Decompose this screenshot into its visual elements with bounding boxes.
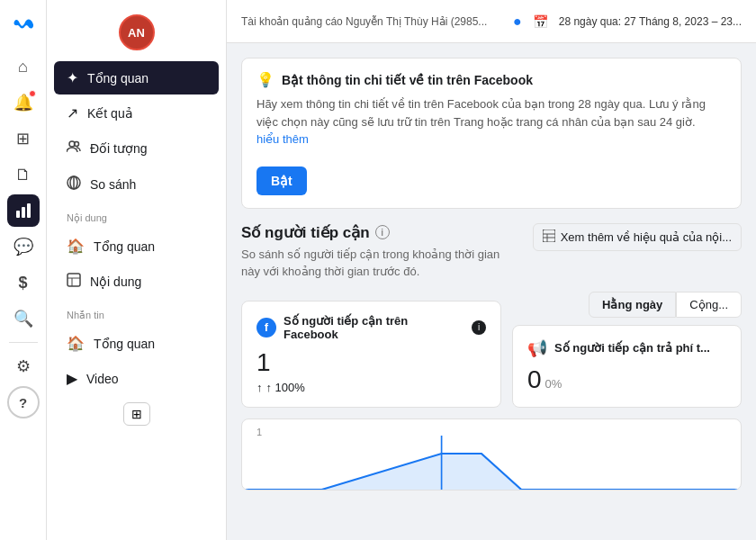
- sidebar: AN ✦ Tổng quan ↗ Kết quả Đối tượng So sá…: [47, 0, 227, 540]
- chart-container: 1: [241, 418, 742, 490]
- metrics-link-label: Xem thêm về hiệu quả của nội...: [561, 230, 732, 244]
- sidebar-item-label: Video: [86, 372, 119, 386]
- svg-rect-8: [68, 274, 80, 286]
- fb-reach-value: 1: [256, 348, 486, 377]
- hieu-them-link[interactable]: hiểu thêm: [256, 132, 309, 146]
- nav-page-icon[interactable]: 🗋: [7, 158, 40, 191]
- nav-grid-icon[interactable]: ⊞: [7, 122, 40, 155]
- sidebar-item-video[interactable]: ▶ Video: [54, 362, 219, 395]
- bat-button[interactable]: Bật: [256, 166, 307, 195]
- nav-help-icon[interactable]: ?: [7, 386, 40, 418]
- period-btns-container: Hằng ngày Cộng...: [512, 292, 742, 318]
- sidebar-item-noi-dung[interactable]: Nội dung: [54, 265, 219, 299]
- info-banner-text: Hãy xem thông tin chi tiết về tin trên F…: [256, 95, 726, 148]
- content-area: 💡 Bật thông tin chi tiết về tin trên Fac…: [227, 43, 756, 540]
- paid-reach-card: 📢 Số người tiếp cận trả phí t... 0 0%: [512, 325, 742, 408]
- nav-search-icon[interactable]: 🔍: [7, 302, 40, 335]
- sidebar-item-nhantin-tong-quan[interactable]: 🏠 Tổng quan: [54, 327, 219, 360]
- reach-section-left: Số người tiếp cận i So sánh số người tiế…: [241, 223, 511, 281]
- paid-value-row: 0 0%: [527, 365, 726, 394]
- sidebar-item-label: Nội dung: [90, 274, 141, 289]
- nav-bell-icon[interactable]: 🔔: [7, 86, 40, 119]
- sidebar-item-so-sanh[interactable]: So sánh: [54, 167, 219, 202]
- nav-home-icon[interactable]: ⌂: [7, 50, 40, 83]
- nhantin-icon: 🏠: [67, 335, 85, 352]
- paid-card-title: Số người tiếp cận trả phí t...: [554, 341, 710, 355]
- tong-quan-icon: ✦: [67, 69, 78, 86]
- svg-rect-11: [543, 230, 555, 242]
- paid-card-header: 📢 Số người tiếp cận trả phí t...: [527, 338, 726, 358]
- svg-rect-1: [22, 207, 25, 218]
- cards-row: f Số người tiếp cận trên Facebook i 1 ↑ …: [241, 292, 742, 408]
- topbar-dot: ●: [513, 14, 522, 30]
- arrow-up-icon: ↑: [256, 381, 263, 394]
- svg-rect-2: [27, 203, 31, 218]
- fb-card-header: f Số người tiếp cận trên Facebook i: [256, 314, 486, 341]
- sidebar-item-label: Tổng quan: [87, 71, 148, 86]
- section-nhan-tin: Nhắn tin: [47, 301, 226, 325]
- expand-sidebar-button[interactable]: ⊞: [123, 402, 150, 426]
- noidung-tong-quan-icon: 🏠: [67, 238, 85, 255]
- facebook-icon: f: [256, 318, 276, 338]
- fb-card-title: Số người tiếp cận trên Facebook: [284, 314, 464, 341]
- calendar-icon: 📅: [533, 14, 548, 29]
- topbar: Tài khoản quảng cáo Nguyễn Thị Thùy Hải …: [227, 0, 756, 43]
- nav-chat-icon[interactable]: 💬: [7, 230, 40, 263]
- period-btn-daily[interactable]: Hằng ngày: [589, 292, 676, 318]
- main-area: Tài khoản quảng cáo Nguyễn Thị Thùy Hải …: [227, 0, 756, 540]
- svg-rect-0: [16, 211, 20, 218]
- avatar: AN: [119, 14, 155, 50]
- icon-nav: ⌂ 🔔 ⊞ 🗋 💬 $ 🔍 ⚙ ?: [0, 0, 47, 540]
- table-icon: [543, 230, 555, 245]
- topbar-date: 28 ngày qua: 27 Tháng 8, 2023 – 23...: [559, 15, 742, 28]
- sidebar-item-doi-tuong[interactable]: Đối tượng: [54, 131, 219, 166]
- section-title: Số người tiếp cận i: [241, 223, 511, 242]
- paid-reach-value: 0: [527, 365, 542, 394]
- nav-chart-icon[interactable]: [7, 194, 40, 227]
- sidebar-item-label: So sánh: [90, 177, 136, 192]
- nav-divider: [9, 342, 38, 343]
- sidebar-item-label: Tổng quan: [94, 337, 155, 351]
- so-sanh-icon: [67, 176, 81, 194]
- bulb-icon: 💡: [256, 71, 274, 88]
- sidebar-item-noidung-tong-quan[interactable]: 🏠 Tổng quan: [54, 230, 219, 263]
- sidebar-item-ket-qua[interactable]: ↗ Kết quả: [54, 96, 219, 130]
- section-noi-dung: Nội dung: [47, 203, 226, 228]
- paid-section: Hằng ngày Cộng... 📢 Số người tiếp cận tr…: [512, 292, 742, 408]
- video-icon: ▶: [67, 370, 77, 387]
- notification-badge: [29, 90, 36, 97]
- section-desc: So sánh số người tiếp cận trong khoảng t…: [241, 246, 511, 281]
- period-buttons: Hằng ngày Cộng...: [589, 292, 742, 318]
- paid-reach-pct: 0%: [545, 377, 562, 391]
- reach-info-icon[interactable]: i: [375, 225, 390, 239]
- metrics-header: Số người tiếp cận i So sánh số người tiế…: [241, 223, 742, 281]
- period-btn-cumulative[interactable]: Cộng...: [676, 292, 742, 318]
- fb-reach-card: f Số người tiếp cận trên Facebook i 1 ↑ …: [241, 301, 501, 408]
- sidebar-item-tong-quan[interactable]: ✦ Tổng quan: [54, 61, 219, 94]
- noi-dung-icon: [67, 273, 81, 291]
- svg-point-4: [75, 142, 79, 147]
- chart-svg: [242, 436, 741, 490]
- topbar-title: Tài khoản quảng cáo Nguyễn Thị Thùy Hải …: [241, 15, 502, 28]
- meta-logo: [7, 7, 40, 40]
- sidebar-item-label: Kết quả: [87, 106, 133, 121]
- metrics-link[interactable]: Xem thêm về hiệu quả của nội...: [533, 223, 742, 251]
- nav-dollar-icon[interactable]: $: [7, 266, 40, 299]
- fb-card-info-icon[interactable]: i: [472, 320, 486, 335]
- doi-tuong-icon: [67, 140, 81, 158]
- info-banner: 💡 Bật thông tin chi tiết về tin trên Fac…: [241, 58, 742, 209]
- fb-reach-change: ↑ ↑ 100%: [256, 381, 486, 394]
- sidebar-item-label: Đối tượng: [90, 141, 148, 156]
- speaker-icon: 📢: [527, 338, 547, 358]
- nav-gear-icon[interactable]: ⚙: [7, 350, 40, 382]
- ket-qua-icon: ↗: [67, 104, 78, 122]
- info-banner-title: 💡 Bật thông tin chi tiết về tin trên Fac…: [256, 71, 726, 88]
- sidebar-item-label: Tổng quan: [94, 239, 155, 254]
